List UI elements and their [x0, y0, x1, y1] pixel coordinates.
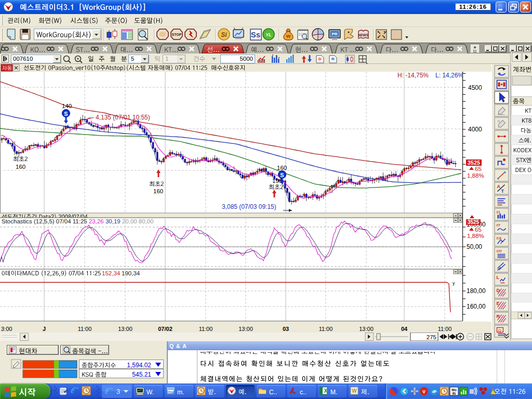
svg-text:e: e — [105, 386, 109, 396]
svg-text:190: 190 — [272, 178, 282, 184]
svg-text:Si: Si — [221, 31, 227, 38]
svg-text:4000: 4000 — [468, 126, 482, 133]
svg-text:Q: Q — [498, 328, 501, 333]
svg-text:₩: ₩ — [286, 34, 291, 39]
svg-text:f/R: f/R — [497, 249, 502, 254]
svg-text:m.: m. — [177, 389, 184, 396]
svg-text:275: 275 — [427, 334, 436, 340]
svg-text:3: 3 — [116, 388, 120, 395]
svg-text:160: 160 — [16, 164, 25, 170]
svg-text:y: y — [453, 281, 455, 286]
svg-text:T: T — [501, 189, 504, 194]
svg-text:W.: W. — [147, 389, 154, 396]
svg-text:4500: 4500 — [468, 84, 482, 91]
svg-text:c..: c.. — [300, 389, 307, 396]
svg-text:180,00: 180,00 — [467, 287, 486, 295]
svg-text:L: 14,26%: L: 14,26% — [435, 72, 463, 79]
svg-text:1,88%: 1,88% — [467, 172, 484, 179]
svg-text:1,88%: 1,88% — [467, 233, 484, 239]
svg-text:mug: mug — [168, 390, 174, 393]
svg-text:A: A — [497, 184, 501, 189]
svg-text:S: S — [280, 172, 284, 178]
svg-text:Stochastics (12,5,5) 07/04 11:: Stochastics (12,5,5) 07/04 11:25 23,26 3… — [2, 218, 154, 224]
svg-text:f/f: f/f — [497, 223, 500, 228]
svg-text:PR: PR — [331, 32, 337, 36]
svg-text:e: e — [71, 385, 75, 395]
svg-text:3,085 (07/03 09:15): 3,085 (07/03 09:15) — [222, 203, 276, 210]
svg-text:D: D — [318, 57, 322, 61]
svg-text:Ri: Ri — [453, 392, 456, 395]
svg-text:NEWS: NEWS — [358, 33, 368, 37]
svg-text:160: 160 — [153, 188, 163, 194]
svg-text:11:00: 11:00 — [319, 326, 333, 332]
svg-text:65: 65 — [475, 227, 482, 233]
svg-text:Q & A: Q & A — [169, 343, 187, 349]
svg-text:R: R — [331, 57, 335, 61]
svg-text:f/L: f/L — [497, 210, 501, 215]
svg-text:4,135 (07/01 10:55): 4,135 (07/01 10:55) — [96, 114, 150, 121]
svg-text:13:00: 13:00 — [359, 326, 374, 332]
svg-text:11:00: 11:00 — [438, 326, 452, 332]
svg-text:R: R — [498, 119, 500, 123]
svg-text:YL: YL — [265, 32, 272, 37]
svg-text:STOP: STOP — [172, 33, 182, 36]
svg-text:160,00: 160,00 — [467, 303, 486, 310]
svg-text:190,34: 190,34 — [122, 270, 140, 276]
svg-text:11:00: 11:00 — [78, 326, 92, 332]
svg-text:65: 65 — [475, 166, 482, 172]
svg-text:04: 04 — [401, 326, 408, 332]
svg-text:M.: M. — [330, 389, 337, 396]
svg-text:152,34: 152,34 — [102, 270, 121, 276]
svg-text:07/02: 07/02 — [158, 326, 172, 332]
svg-text:3525: 3525 — [468, 219, 480, 225]
svg-text:C..: C.. — [269, 389, 277, 396]
svg-text:545.21: 545.21 — [132, 371, 151, 378]
svg-text:S: S — [64, 111, 68, 117]
svg-text:3:00: 3:00 — [1, 326, 12, 332]
svg-text:13:00: 13:00 — [238, 326, 253, 332]
svg-text:H: -14,75%: H: -14,75% — [397, 72, 429, 79]
svg-text:L: L — [497, 275, 500, 280]
svg-text:11: 11 — [473, 49, 476, 53]
svg-text:X: X — [324, 388, 328, 394]
svg-text:160: 160 — [277, 165, 287, 171]
svg-text:140: 140 — [62, 103, 72, 109]
svg-text:03: 03 — [283, 326, 289, 332]
svg-text:W: W — [352, 388, 357, 394]
svg-text:1,594.02: 1,594.02 — [127, 362, 151, 369]
svg-text:3525: 3525 — [468, 159, 480, 166]
svg-text:Ss: Ss — [251, 30, 260, 39]
svg-text:V: V — [422, 389, 425, 394]
svg-text:50,00: 50,00 — [467, 243, 482, 250]
svg-text:J: J — [43, 326, 46, 332]
svg-text:11:00: 11:00 — [199, 326, 213, 332]
svg-text:13:00: 13:00 — [118, 326, 132, 332]
